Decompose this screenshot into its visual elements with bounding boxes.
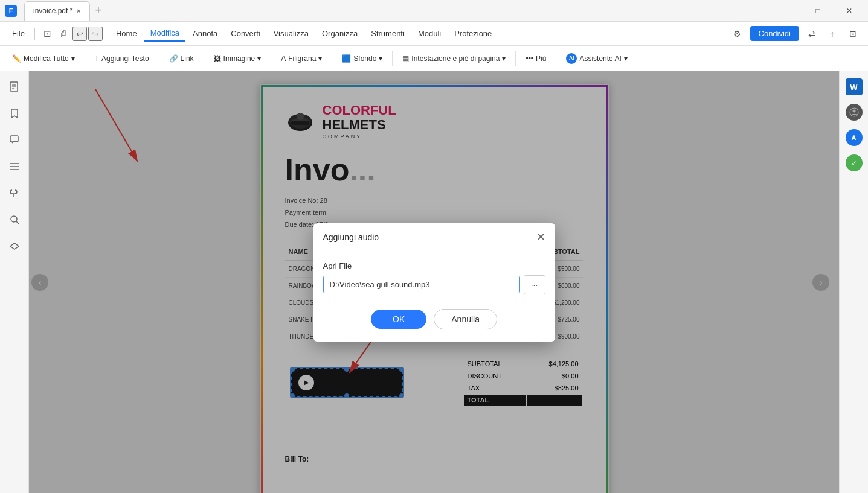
assistente-label: Assistente AI <box>579 54 621 63</box>
redo-button[interactable]: ↪ <box>88 27 103 41</box>
svg-line-9 <box>16 221 19 224</box>
toolbar-separator-7 <box>515 51 516 66</box>
menu-strumenti[interactable]: Strumenti <box>365 26 411 41</box>
minimize-button[interactable]: ─ <box>773 1 800 21</box>
share-icon[interactable]: ⇄ <box>804 26 820 42</box>
toolbar-separator-3 <box>204 51 204 66</box>
intestazione-label: Intestazione e piè di pagina <box>411 54 500 63</box>
pdf-area: ‹ <box>29 71 839 493</box>
filigrana-icon: A <box>281 54 286 63</box>
toolbar: ✏️ Modifica Tutto ▾ T Aggiungi Testo 🔗 L… <box>0 46 868 71</box>
menu-moduli[interactable]: Moduli <box>412 26 447 41</box>
active-tab[interactable]: invoice.pdf * ✕ <box>24 1 90 21</box>
title-bar-left: F invoice.pdf * ✕ + <box>5 1 106 21</box>
text-icon: T <box>95 54 99 63</box>
sidebar-bookmark-icon[interactable] <box>6 105 23 122</box>
print-button[interactable]: ⎙ <box>57 26 70 41</box>
close-button[interactable]: ✕ <box>835 1 863 21</box>
piu-label: Più <box>536 54 546 63</box>
intestazione-button[interactable]: ▤ Intestazione e piè di pagina ▾ <box>397 52 510 65</box>
menu-converti[interactable]: Converti <box>225 26 266 41</box>
immagine-label: Immagine <box>223 54 256 63</box>
toolbar-separator-4 <box>271 51 271 66</box>
toolbar-separator-6 <box>392 51 393 66</box>
sidebar-search-icon[interactable] <box>6 211 23 228</box>
settings-icon[interactable]: ⚙ <box>730 26 745 42</box>
condividi-button[interactable]: Condividi <box>750 26 799 41</box>
aggiungi-testo-label: Aggiungi Testo <box>101 54 149 63</box>
link-button[interactable]: 🔗 Link <box>164 52 199 65</box>
intestazione-icon: ▤ <box>402 54 409 63</box>
left-sidebar <box>0 71 29 493</box>
sfondo-button[interactable]: 🟦 Sfondo ▾ <box>337 52 387 65</box>
menu-organizza[interactable]: Organizza <box>316 26 364 41</box>
sfondo-icon: 🟦 <box>342 54 351 63</box>
save-button[interactable]: ⊡ <box>40 26 55 42</box>
assistente-button[interactable]: AI Assistente AI ▾ <box>561 51 632 66</box>
right-sidebar-icon-2[interactable]: A <box>846 129 863 146</box>
menu-bar: File ⊡ ⎙ ↩ ↪ Home Modifica Annota Conver… <box>0 22 868 46</box>
collapse-icon[interactable]: ⊡ <box>845 26 861 42</box>
edit-icon: ✏️ <box>12 54 21 63</box>
filigrana-label: Filigrana <box>288 54 316 63</box>
sidebar-list-icon[interactable] <box>6 158 23 175</box>
more-icon: ••• <box>526 54 533 63</box>
right-sidebar-icon-3[interactable]: ✓ <box>846 154 863 171</box>
svg-point-8 <box>11 216 17 222</box>
new-tab-button[interactable]: + <box>90 4 106 17</box>
modal-close-button[interactable]: ✕ <box>536 232 545 243</box>
piu-button[interactable]: ••• Più <box>521 52 551 65</box>
main-area: ‹ <box>0 71 868 493</box>
immagine-button[interactable]: 🖼 Immagine ▾ <box>209 52 266 65</box>
modal-overlay: Aggiungi audio ✕ Apri File ··· OK Annull… <box>29 71 839 493</box>
filigrana-dropdown-icon: ▾ <box>318 54 322 63</box>
filigrana-button[interactable]: A Filigrana ▾ <box>276 52 327 65</box>
menu-protezione[interactable]: Protezione <box>448 26 498 41</box>
browse-button[interactable]: ··· <box>524 275 545 294</box>
modal-add-audio: Aggiungi audio ✕ Apri File ··· OK Annull… <box>313 223 555 342</box>
modal-footer: OK Annulla <box>313 309 555 342</box>
cancel-button[interactable]: Annulla <box>434 309 497 329</box>
maximize-button[interactable]: □ <box>804 1 832 21</box>
tab-area: invoice.pdf * ✕ + <box>24 1 106 21</box>
link-icon: 🔗 <box>169 54 178 63</box>
file-input-row: ··· <box>323 275 545 294</box>
modal-title: Aggiungi audio <box>323 232 379 242</box>
sidebar-comment-icon[interactable] <box>6 132 23 148</box>
sfondo-dropdown-icon: ▾ <box>379 54 382 63</box>
undo-redo-buttons: ↩ ↪ <box>72 27 103 41</box>
menu-annota[interactable]: Annota <box>187 26 223 41</box>
modal-header: Aggiungi audio ✕ <box>313 223 555 249</box>
title-bar: F invoice.pdf * ✕ + ─ □ ✕ <box>0 0 868 22</box>
sidebar-layers-icon[interactable] <box>6 238 23 255</box>
modifica-tutto-label: Modifica Tutto <box>24 54 69 63</box>
file-path-input[interactable] <box>323 276 520 293</box>
ok-button[interactable]: OK <box>371 310 426 329</box>
aggiungi-testo-button[interactable]: T Aggiungi Testo <box>90 52 154 65</box>
link-label: Link <box>181 54 194 63</box>
sidebar-page-icon[interactable] <box>6 78 23 95</box>
modifica-dropdown-icon: ▾ <box>71 54 75 63</box>
immagine-dropdown-icon: ▾ <box>257 54 261 63</box>
cloud-upload-icon[interactable]: ↑ <box>825 26 840 42</box>
assistente-dropdown-icon: ▾ <box>624 54 628 63</box>
svg-rect-4 <box>10 136 18 142</box>
toolbar-separator-1 <box>85 51 85 66</box>
right-sidebar-icon-1[interactable] <box>846 104 863 121</box>
menu-home[interactable]: Home <box>110 26 143 41</box>
title-bar-right: ─ □ ✕ <box>773 1 863 21</box>
menu-items: Home Modifica Annota Converti Visualizza… <box>110 25 498 42</box>
ai-icon: AI <box>566 53 577 64</box>
w-badge[interactable]: W <box>846 78 863 95</box>
menu-file[interactable]: File <box>7 27 30 40</box>
menu-modifica[interactable]: Modifica <box>144 25 185 42</box>
menu-visualizza[interactable]: Visualizza <box>268 26 315 41</box>
tab-close-button[interactable]: ✕ <box>76 8 81 14</box>
right-sidebar: W A ✓ <box>839 71 868 493</box>
modifica-tutto-button[interactable]: ✏️ Modifica Tutto ▾ <box>7 52 80 65</box>
undo-button[interactable]: ↩ <box>72 27 87 41</box>
sidebar-clip-icon[interactable] <box>6 185 23 202</box>
intestazione-dropdown-icon: ▾ <box>502 54 506 63</box>
svg-point-19 <box>852 110 855 113</box>
open-file-label: Apri File <box>323 261 545 270</box>
